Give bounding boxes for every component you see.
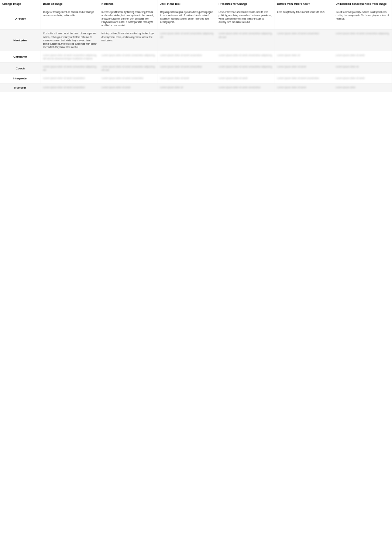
table-row: Director Image of management as control … xyxy=(0,8,392,30)
jack-cell: Lorem ipsum dolor sit amet consectetur a… xyxy=(158,30,216,51)
pressures-cell: Lose of revenue and market share, bad to… xyxy=(216,8,275,30)
role-label: Navigator xyxy=(0,30,41,51)
pressures-cell: Lorem ipsum dolor sit amet consectetur xyxy=(216,83,275,92)
unintended-cell: Lorem ipsum dolor xyxy=(333,83,392,92)
differs-cell: Lorem ipsum dolor sit amet xyxy=(275,63,333,74)
basis-cell: Lorem ipsum dolor sit amet consectetur a… xyxy=(41,51,99,62)
basis-cell: Image of management as control and of ch… xyxy=(41,8,99,30)
col-header-differs: Differs from others how? xyxy=(275,0,333,8)
role-label: Coach xyxy=(0,63,41,74)
nintendo-cell: Lorem ipsum dolor sit amet consectetur a… xyxy=(99,63,158,74)
role-label: Nurturer xyxy=(0,83,41,92)
pressures-cell: Lorem ipsum dolor sit amet consectetur a… xyxy=(216,51,275,62)
col-header-change-image: Change Image xyxy=(0,0,41,8)
role-label: Interpreter xyxy=(0,74,41,83)
pressures-cell: Lorem ipsum dolor sit amet consectetur a… xyxy=(216,30,275,51)
role-label: Director xyxy=(0,8,41,30)
col-header-basis: Basis of Image xyxy=(41,0,99,8)
unintended-cell: Could fail if not properly excited in al… xyxy=(333,8,392,30)
jack-cell: Lorem ipsum dolor sit amet consectetur xyxy=(158,51,216,62)
differs-cell: Lorem ipsum dolor sit xyxy=(275,51,333,62)
col-header-nintendo: Nintendo xyxy=(99,0,158,8)
basis-cell: Lorem ipsum dolor sit amet consectetur a… xyxy=(41,63,99,74)
pressures-cell: Lorem ipsum dolor sit amet consectetur a… xyxy=(216,63,275,74)
pressures-cell: Lorem ipsum dolor sit amet xyxy=(216,74,275,83)
nintendo-cell: Lorem ipsum dolor sit amet consectetur xyxy=(99,74,158,83)
table-row: Nurturer Lorem ipsum dolor sit amet cons… xyxy=(0,83,392,92)
unintended-cell: Lorem ipsum dolor sit xyxy=(333,63,392,74)
col-header-unintended: Unintended consequences from Image xyxy=(333,0,392,8)
main-table: Change Image Basis of Image Nintendo Jac… xyxy=(0,0,392,92)
jack-cell: Lorem ipsum dolor sit xyxy=(158,83,216,92)
differs-cell: Little adaptability if the market seems … xyxy=(275,8,333,30)
col-header-jack: Jack in the Box xyxy=(158,0,216,8)
basis-cell: Control is still seen as at the heart of… xyxy=(41,30,99,51)
nintendo-cell: Lorem ipsum dolor sit amet xyxy=(99,83,158,92)
table-row: Interpreter Lorem ipsum dolor sit amet c… xyxy=(0,74,392,83)
differs-cell: Lorem ipsum dolor sit amet xyxy=(275,83,333,92)
nintendo-cell: Lorem ipsum dolor sit amet consectetur a… xyxy=(99,51,158,62)
basis-cell: Lorem ipsum dolor sit amet consectetur xyxy=(41,83,99,92)
nintendo-cell: In this position, Nintendo's marketing, … xyxy=(99,30,158,51)
table-row: Coach Lorem ipsum dolor sit amet consect… xyxy=(0,63,392,74)
jack-cell: Lorem ipsum dolor sit amet consectetur xyxy=(158,63,216,74)
unintended-cell: Lorem ipsum dolor sit amet consectetur a… xyxy=(333,30,392,51)
role-label: Caretaker xyxy=(0,51,41,62)
jack-cell: Regain profit margins, spin marketing ch… xyxy=(158,8,216,30)
basis-cell: Lorem ipsum dolor sit amet consectetur xyxy=(41,74,99,83)
table-row: Navigator Control is still seen as at th… xyxy=(0,30,392,51)
col-header-pressures: Pressures for Change xyxy=(216,0,275,8)
table-row: Caretaker Lorem ipsum dolor sit amet con… xyxy=(0,51,392,62)
differs-cell: Lorem ipsum dolor sit amet consectetur xyxy=(275,74,333,83)
unintended-cell: Lorem ipsum dolor sit amet xyxy=(333,74,392,83)
differs-cell: Lorem ipsum dolor sit amet consectetur xyxy=(275,30,333,51)
unintended-cell: Lorem ipsum dolor sit amet xyxy=(333,51,392,62)
nintendo-cell: Increase profit share by finding marketi… xyxy=(99,8,158,30)
jack-cell: Lorem ipsum dolor sit amet xyxy=(158,74,216,83)
